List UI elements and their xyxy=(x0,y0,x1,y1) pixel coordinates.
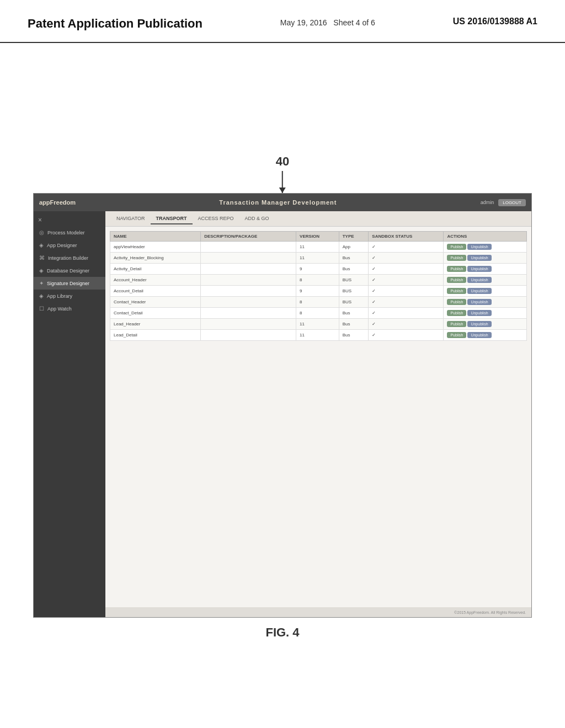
cell-type: App xyxy=(339,242,369,253)
table-row: Contact_Header8BUS✓PublishUnpublish xyxy=(110,297,527,308)
app-library-icon: ◈ xyxy=(39,293,44,299)
fig-label: FIG. 4 xyxy=(265,625,299,640)
patent-header: Patent Application Publication May 19, 2… xyxy=(0,0,565,43)
unpublish-button[interactable]: Unpublish xyxy=(467,288,491,294)
cell-type: BUS xyxy=(339,275,369,286)
unpublish-button[interactable]: Unpublish xyxy=(467,332,491,338)
cell-actions: PublishUnpublish xyxy=(444,330,527,341)
patent-title: Patent Application Publication xyxy=(28,17,202,31)
cell-status: ✓ xyxy=(369,253,444,264)
app-header: appFreedom Transaction Manager Developme… xyxy=(34,194,531,211)
sidebar-item-label: App Watch xyxy=(47,306,72,312)
cell-desc xyxy=(201,264,296,275)
col-desc: DESCRIPTION/PACKAGE xyxy=(201,232,296,242)
tab-access-repo[interactable]: ACCESS REPO xyxy=(193,213,239,224)
table-row: Account_Detail9BUS✓PublishUnpublish xyxy=(110,286,527,297)
publish-button[interactable]: Publish xyxy=(447,321,466,327)
cell-desc xyxy=(201,253,296,264)
patent-sheet: Sheet 4 of 6 xyxy=(333,18,375,27)
unpublish-button[interactable]: Unpublish xyxy=(467,266,491,272)
data-table: NAME DESCRIPTION/PACKAGE VERSION TYPE SA… xyxy=(110,231,527,341)
sidebar-item-label: App Library xyxy=(47,293,72,299)
cell-desc xyxy=(201,308,296,319)
publish-button[interactable]: Publish xyxy=(447,277,466,283)
cell-desc xyxy=(201,275,296,286)
publish-button[interactable]: Publish xyxy=(447,288,466,294)
cell-desc xyxy=(201,297,296,308)
cell-status: ✓ xyxy=(369,264,444,275)
sidebar-item-app-watch[interactable]: ☐ App Watch xyxy=(34,302,105,315)
cell-name: Account_Detail xyxy=(110,286,201,297)
tab-add-go[interactable]: ADD & GO xyxy=(239,213,275,224)
cell-version: 8 xyxy=(296,297,339,308)
cell-name: Activity_Detail xyxy=(110,264,201,275)
patent-date: May 19, 2016 xyxy=(280,18,327,27)
cell-version: 9 xyxy=(296,264,339,275)
sidebar-item-integration-builder[interactable]: ⌘ Integration Builder xyxy=(34,251,105,264)
unpublish-button[interactable]: Unpublish xyxy=(467,299,491,305)
cell-actions: PublishUnpublish xyxy=(444,319,527,330)
cell-name: Lead_Detail xyxy=(110,330,201,341)
cell-status: ✓ xyxy=(369,242,444,253)
cell-actions: PublishUnpublish xyxy=(444,242,527,253)
publish-button[interactable]: Publish xyxy=(447,299,466,305)
cell-actions: PublishUnpublish xyxy=(444,297,527,308)
sidebar-close-button[interactable]: × xyxy=(34,214,105,226)
cell-status: ✓ xyxy=(369,286,444,297)
header-user: admin xyxy=(481,200,494,205)
cell-status: ✓ xyxy=(369,275,444,286)
cell-type: Bus xyxy=(339,264,369,275)
app-watch-icon: ☐ xyxy=(39,306,44,312)
sidebar-item-signature-designer[interactable]: ✦ Signature Designer xyxy=(34,277,105,290)
cell-name: appViewHeader xyxy=(110,242,201,253)
cell-version: 11 xyxy=(296,242,339,253)
cell-type: Bus xyxy=(339,330,369,341)
col-status: SANDBOX STATUS xyxy=(369,232,444,242)
col-name: NAME xyxy=(110,232,201,242)
publish-button[interactable]: Publish xyxy=(447,310,466,316)
sidebar-item-database-designer[interactable]: ◈ Database Designer xyxy=(34,264,105,277)
table-header-row: NAME DESCRIPTION/PACKAGE VERSION TYPE SA… xyxy=(110,232,527,242)
unpublish-button[interactable]: Unpublish xyxy=(467,321,491,327)
patent-meta: May 19, 2016 Sheet 4 of 6 xyxy=(280,17,375,29)
sidebar: × ◎ Process Modeler ◈ App Designer ⌘ Int… xyxy=(34,211,105,617)
database-designer-icon: ◈ xyxy=(39,267,44,274)
table-row: Contact_Detail8Bus✓PublishUnpublish xyxy=(110,308,527,319)
tab-transport[interactable]: TRANSPORT xyxy=(151,213,193,224)
sidebar-item-label: Signature Designer xyxy=(47,281,89,286)
app-footer: ©2015 AppFreedom. All Rights Reserved. xyxy=(105,607,531,617)
cell-type: Bus xyxy=(339,319,369,330)
tab-navigator[interactable]: NAVIGATOR xyxy=(111,213,151,224)
footer-text: ©2015 AppFreedom. All Rights Reserved. xyxy=(454,611,526,614)
integration-builder-icon: ⌘ xyxy=(39,255,45,261)
cell-status: ✓ xyxy=(369,297,444,308)
cell-version: 11 xyxy=(296,330,339,341)
signature-designer-icon: ✦ xyxy=(39,280,44,286)
publish-button[interactable]: Publish xyxy=(447,255,466,261)
table-row: Account_Header8BUS✓PublishUnpublish xyxy=(110,275,527,286)
cell-name: Contact_Header xyxy=(110,297,201,308)
table-row: Lead_Header11Bus✓PublishUnpublish xyxy=(110,319,527,330)
cell-status: ✓ xyxy=(369,319,444,330)
col-actions: ACTIONS xyxy=(444,232,527,242)
cell-version: 9 xyxy=(296,286,339,297)
cell-version: 11 xyxy=(296,253,339,264)
unpublish-button[interactable]: Unpublish xyxy=(467,244,491,250)
logout-button[interactable]: LOGOUT xyxy=(498,199,526,206)
sidebar-item-process-modeler[interactable]: ◎ Process Modeler xyxy=(34,226,105,239)
cell-type: BUS xyxy=(339,286,369,297)
unpublish-button[interactable]: Unpublish xyxy=(467,255,491,261)
publish-button[interactable]: Publish xyxy=(447,266,466,272)
publish-button[interactable]: Publish xyxy=(447,244,466,250)
sidebar-item-label: Process Modeler xyxy=(47,230,85,235)
cell-desc xyxy=(201,319,296,330)
cell-type: Bus xyxy=(339,253,369,264)
callout-number: 40 xyxy=(276,154,289,169)
sidebar-item-app-designer[interactable]: ◈ App Designer xyxy=(34,239,105,251)
table-row: Activity_Header_Blocking11Bus✓PublishUnp… xyxy=(110,253,527,264)
unpublish-button[interactable]: Unpublish xyxy=(467,310,491,316)
publish-button[interactable]: Publish xyxy=(447,332,466,338)
table-area: NAME DESCRIPTION/PACKAGE VERSION TYPE SA… xyxy=(105,227,531,607)
sidebar-item-app-library[interactable]: ◈ App Library xyxy=(34,290,105,302)
unpublish-button[interactable]: Unpublish xyxy=(467,277,491,283)
